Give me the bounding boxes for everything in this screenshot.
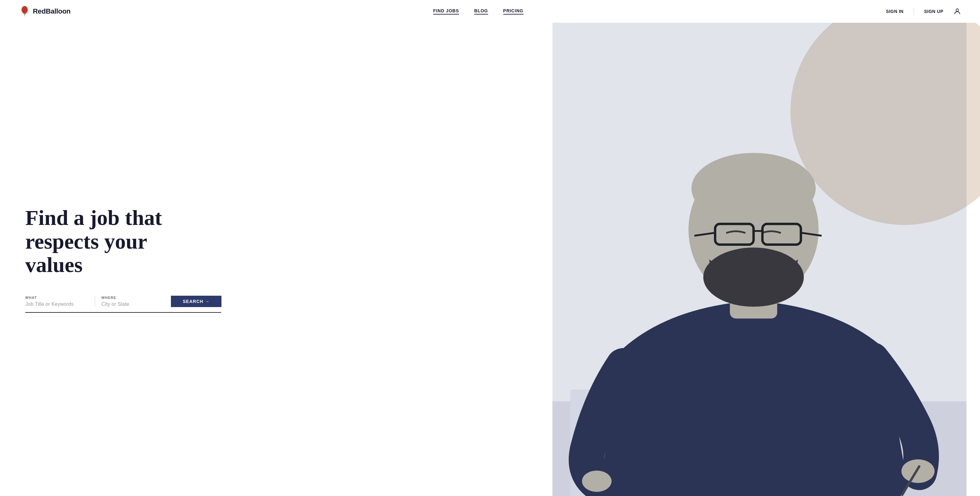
nav-blog[interactable]: BLOG	[474, 8, 488, 14]
sign-up-link[interactable]: SIGN UP	[924, 9, 943, 14]
nav-center: FIND JOBS BLOG PRICING	[433, 8, 523, 14]
what-label: WHAT	[25, 296, 89, 299]
hero-person-illustration	[539, 23, 980, 496]
sign-in-link[interactable]: SIGN IN	[886, 9, 904, 14]
logo-area: RedBalloon	[19, 6, 70, 17]
where-field: WHERE	[95, 296, 165, 307]
logo-icon	[19, 6, 30, 17]
what-field: WHAT	[25, 296, 95, 307]
search-bar: WHAT WHERE SEARCH →	[25, 296, 221, 313]
hero-section: Find a job that respects your values WHA…	[0, 23, 980, 496]
brand-name: RedBalloon	[33, 7, 70, 16]
svg-rect-19	[552, 23, 967, 496]
nav-find-jobs[interactable]: FIND JOBS	[433, 8, 459, 14]
user-icon[interactable]	[953, 8, 961, 15]
hero-content: Find a job that respects your values WHA…	[0, 23, 539, 496]
navbar: RedBalloon FIND JOBS BLOG PRICING SIGN I…	[0, 0, 980, 23]
where-input[interactable]	[102, 301, 165, 307]
nav-pricing[interactable]: PRICING	[503, 8, 523, 14]
what-input[interactable]	[25, 301, 89, 307]
nav-right: SIGN IN SIGN UP	[886, 8, 961, 15]
hero-title: Find a job that respects your values	[25, 206, 208, 277]
hero-image-area	[539, 23, 980, 496]
where-label: WHERE	[102, 296, 165, 299]
svg-point-2	[956, 9, 959, 11]
svg-point-0	[21, 6, 28, 14]
search-button[interactable]: SEARCH →	[171, 296, 221, 307]
